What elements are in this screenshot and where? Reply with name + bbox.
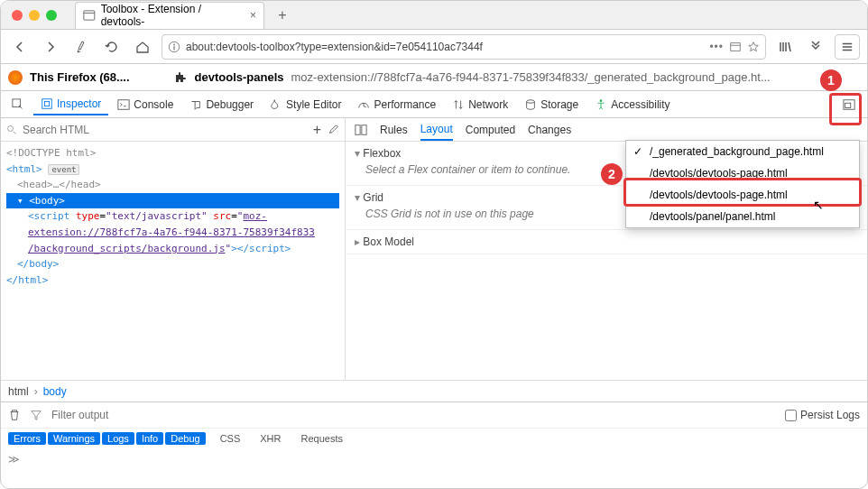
body-node-selected[interactable]: ▾ <body> (6, 193, 339, 209)
tab-title: Toolbox - Extension / devtools- (101, 3, 245, 28)
pill-info[interactable]: Info (136, 432, 163, 445)
svg-rect-0 (84, 11, 95, 20)
tab-style-editor[interactable]: Style Editor (263, 95, 348, 115)
add-node-button[interactable]: + (313, 122, 321, 138)
svg-point-3 (173, 43, 175, 45)
hamburger-menu-icon[interactable] (835, 34, 860, 60)
iframe-dropdown: /_generated_background_page.html /devtoo… (625, 140, 860, 228)
extension-url: moz-extension://788fcf7a-4a76-f944-8371-… (291, 70, 771, 84)
page-actions-icon[interactable]: ••• (709, 41, 724, 53)
html-close[interactable]: </html> (6, 272, 339, 289)
tab-computed[interactable]: Computed (466, 120, 515, 140)
tab-accessibility[interactable]: Accessibility (587, 95, 677, 115)
eyedropper-icon[interactable] (327, 124, 339, 136)
svg-point-15 (8, 125, 14, 131)
tab-console-label: Console (134, 98, 173, 111)
log-level-pills: Errors Warnings Logs Info Debug (8, 432, 206, 445)
tab-performance[interactable]: Performance (350, 95, 443, 115)
trash-icon[interactable] (8, 409, 21, 421)
annotation-badge-2: 2 (601, 163, 623, 185)
script-node[interactable]: <script type="text/javascript" src="moz- (6, 208, 339, 225)
script-src-line2: extension://788fcf7a-4a76-f944-8371-7583… (6, 225, 339, 241)
pill-errors[interactable]: Errors (8, 432, 46, 445)
dropdown-item-3[interactable]: /devtools/devtools-page.html (626, 184, 859, 206)
extension-puzzle-icon (173, 70, 188, 85)
tab-storage[interactable]: Storage (517, 95, 586, 115)
new-tab-button[interactable]: + (272, 5, 293, 26)
dom-tree[interactable]: <!DOCTYPE html> <html> event <head>…</he… (1, 142, 345, 380)
devtools-icon[interactable] (69, 35, 93, 59)
devtools-tabs: Inspector Console Debugger Style Editor … (1, 91, 867, 118)
svg-rect-17 (362, 125, 366, 134)
console-prompt[interactable]: ≫ (1, 447, 867, 471)
library-icon[interactable] (773, 35, 797, 59)
boxmodel-header: Box Model (355, 235, 858, 248)
tab-changes[interactable]: Changes (528, 120, 571, 140)
svg-rect-4 (173, 46, 174, 50)
search-icon (6, 125, 17, 135)
markup-panel: + <!DOCTYPE html> <html> event <head>…</… (1, 118, 346, 380)
crumb-body[interactable]: body (43, 385, 67, 398)
dropdown-item-4[interactable]: /devtools/panel/panel.html (626, 206, 859, 227)
home-button[interactable] (131, 35, 154, 59)
tab-rules[interactable]: Rules (380, 120, 408, 140)
traffic-lights (1, 10, 68, 21)
forward-button[interactable] (39, 35, 62, 59)
dropdown-item-1[interactable]: /_generated_background_page.html (626, 141, 859, 162)
url-text: about:devtools-toolbox?type=extension&id… (186, 41, 704, 53)
bookmark-star-icon[interactable] (747, 41, 760, 53)
pick-element-button[interactable] (5, 95, 32, 115)
body-close[interactable]: </body> (6, 256, 339, 272)
tab-debugger[interactable]: Debugger (182, 95, 261, 115)
html-open[interactable]: <html> event (6, 161, 339, 178)
close-tab-icon[interactable]: × (250, 9, 256, 22)
extension-name: devtools-panels (195, 70, 284, 84)
pill-warnings[interactable]: Warnings (48, 432, 100, 445)
minimize-window-icon[interactable] (29, 10, 40, 21)
zoom-window-icon[interactable] (46, 10, 57, 21)
reader-icon[interactable] (729, 41, 742, 53)
address-bar[interactable]: about:devtools-toolbox?type=extension&id… (162, 34, 766, 60)
split-console: Persist Logs Errors Warnings Logs Info D… (1, 401, 867, 471)
crumb-html[interactable]: html (8, 385, 29, 398)
pill-logs[interactable]: Logs (102, 432, 134, 445)
search-input[interactable] (23, 124, 308, 136)
tab-network[interactable]: Network (445, 95, 515, 115)
pill-debug[interactable]: Debug (165, 432, 205, 445)
annotation-badge-1: 1 (820, 69, 842, 91)
tab-inspector[interactable]: Inspector (33, 94, 108, 115)
filter-css[interactable]: CSS (215, 432, 246, 445)
console-toolbar: Persist Logs (1, 402, 867, 428)
persist-logs-toggle[interactable]: Persist Logs (785, 409, 860, 421)
tab-debugger-label: Debugger (206, 98, 254, 111)
markup-search-row: + (1, 118, 345, 142)
funnel-icon (30, 409, 42, 421)
tab-layout[interactable]: Layout (420, 119, 453, 141)
svg-rect-16 (356, 125, 360, 134)
head-node[interactable]: <head>…</head> (6, 177, 339, 193)
cursor-icon: ↖ (813, 198, 824, 212)
tab-console[interactable]: Console (110, 95, 180, 115)
filter-requests[interactable]: Requests (296, 432, 348, 445)
layout-panel: Rules Layout Computed Changes Flexbox Se… (346, 118, 867, 380)
dropdown-item-2[interactable]: /devtools/devtools-page.html (626, 162, 859, 184)
inspector-main: + <!DOCTYPE html> <html> event <head>…</… (1, 118, 867, 380)
tab-inspector-label: Inspector (57, 97, 101, 110)
crumb-separator-icon: › (34, 385, 38, 398)
doctype-line: <!DOCTYPE html> (6, 145, 339, 161)
back-button[interactable] (8, 35, 32, 59)
section-boxmodel[interactable]: Box Model (346, 230, 867, 254)
info-icon[interactable] (168, 41, 180, 53)
reload-button[interactable] (100, 35, 124, 59)
window-titlebar: Toolbox - Extension / devtools- × + (1, 1, 867, 30)
svg-rect-5 (731, 42, 741, 51)
svg-rect-14 (845, 103, 851, 107)
browser-tab[interactable]: Toolbox - Extension / devtools- × (75, 2, 264, 29)
sidebar-tabs: Rules Layout Computed Changes (346, 118, 867, 142)
filter-xhr[interactable]: XHR (254, 432, 286, 445)
close-window-icon[interactable] (12, 10, 23, 21)
sidebar-toggle-icon[interactable] (355, 124, 367, 136)
filter-input[interactable] (51, 409, 776, 421)
overflow-icon[interactable] (804, 35, 827, 59)
iframe-picker-button[interactable] (838, 94, 860, 115)
